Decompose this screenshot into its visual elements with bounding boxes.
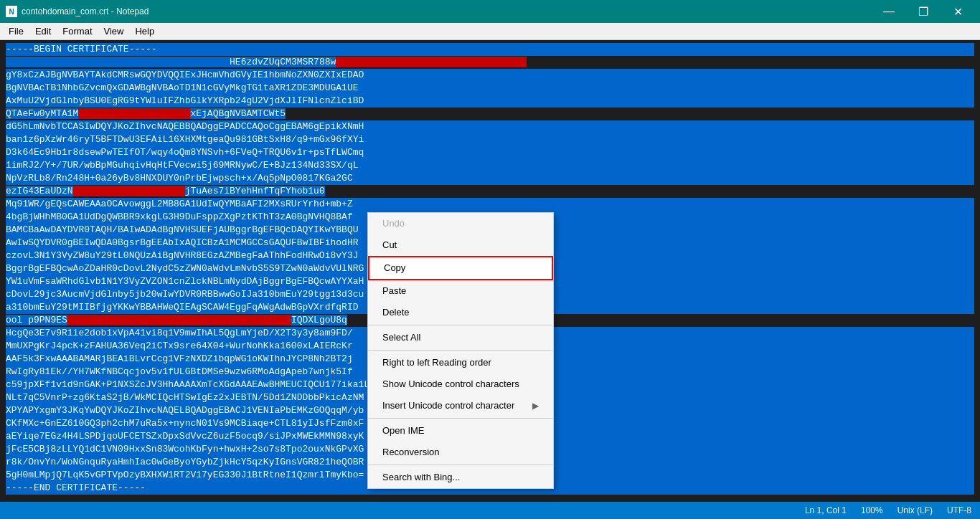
ctx-delete[interactable]: Delete xyxy=(368,302,553,323)
cert-line-7: ban1z6pXzWr46ryT5BFTDwU3EFAiL16XHXMtgeaQ… xyxy=(6,133,974,146)
ctx-select-all[interactable]: Select All xyxy=(368,327,553,348)
cert-line-6: dG5hLmNvbTCCASIwDQYJKoZIhvcNAQEBBQADggEP… xyxy=(6,120,974,133)
maximize-button[interactable]: ❐ xyxy=(907,0,940,23)
ctx-insert-unicode-arrow: ▶ xyxy=(532,399,539,412)
minimize-button[interactable]: — xyxy=(872,0,905,23)
cert-line-2: gY8xCzAJBgNVBAYTAkdCMRswGQYDVQQIExJHcmVh… xyxy=(6,69,974,82)
window-title: contohdomain_com.crt - Notepad xyxy=(22,6,872,16)
ctx-copy[interactable]: Copy xyxy=(368,256,553,280)
status-line-ending: Unix (LF) xyxy=(897,505,933,515)
ctx-insert-unicode[interactable]: Insert Unicode control character ▶ xyxy=(368,395,553,416)
app-icon: N xyxy=(6,6,17,17)
ctx-undo[interactable]: Undo xyxy=(368,213,553,234)
status-position: Ln 1, Col 1 xyxy=(805,505,847,515)
menu-bar: File Edit Format View Help xyxy=(0,23,980,40)
menu-view[interactable]: View xyxy=(98,24,130,38)
ctx-show-unicode[interactable]: Show Unicode control characters xyxy=(368,373,553,395)
menu-file[interactable]: File xyxy=(3,24,29,38)
ctx-separator-4 xyxy=(368,465,553,465)
menu-format[interactable]: Format xyxy=(57,24,98,38)
ctx-rtl[interactable]: Right to left Reading order xyxy=(368,352,553,373)
cert-line-8: D3k64Ec9Hb1r8dsewPwTEIfOT/wqy4oQm8YNSvh+… xyxy=(6,146,974,159)
title-bar: N contohdomain_com.crt - Notepad — ❐ ✕ xyxy=(0,0,980,23)
cert-line-3: BgNVBAcTB1NhbGZvcmQxGDAWBgNVBAoTD1N1cGVy… xyxy=(6,82,974,95)
cert-line-10: NpVzRLb8/Rn248H+0a26yBv8HNXDUY0nPrbEjwps… xyxy=(6,172,974,185)
status-zoom: 100% xyxy=(861,505,883,515)
ctx-cut[interactable]: Cut xyxy=(368,234,553,256)
menu-help[interactable]: Help xyxy=(129,24,160,38)
ctx-open-ime[interactable]: Open IME xyxy=(368,420,553,442)
ctx-separator-1 xyxy=(368,325,553,325)
cert-line-11: ezIG43EaUDzN jTuAes7iBYehHnfTqFYhob1u0 xyxy=(6,185,974,198)
status-encoding: UTF-8 xyxy=(947,505,971,515)
cert-line-9: 1imRJ2/Y+/7UR/wbBpMGuhqivHqHtFVecwi5j69M… xyxy=(6,159,974,172)
cert-line-1: HE6zdvZUqCM3MSR788w xyxy=(6,56,974,69)
ctx-separator-3 xyxy=(368,418,553,419)
context-menu: Undo Cut Copy Paste Delete Select All Ri… xyxy=(367,212,554,489)
menu-edit[interactable]: Edit xyxy=(29,24,57,38)
cert-line-5: QTAeFw0yMTA1M xEjAQBgNVBAMTCWt5 xyxy=(6,108,974,120)
editor[interactable]: -----BEGIN CERTIFICATE----- HE6zdvZUqCM3… xyxy=(0,40,980,502)
ctx-paste[interactable]: Paste xyxy=(368,280,553,302)
cert-line-4: AxMuU2VjdGlnbyBSU0EgRG9tYWluIFZhbGlkYXRp… xyxy=(6,95,974,108)
status-bar: Ln 1, Col 1 100% Unix (LF) UTF-8 xyxy=(0,502,980,519)
window-controls: — ❐ ✕ xyxy=(872,0,974,23)
ctx-reconversion[interactable]: Reconversion xyxy=(368,442,553,463)
cert-line-12: Mq91WR/gEQsCAWEAAaOCAvowggL2MB8GA1UdIwQY… xyxy=(6,198,974,211)
cert-line-0: -----BEGIN CERTIFICATE----- xyxy=(6,43,974,56)
ctx-separator-2 xyxy=(368,350,553,351)
close-button[interactable]: ✕ xyxy=(941,0,974,23)
ctx-search-bing[interactable]: Search with Bing... xyxy=(368,467,553,488)
